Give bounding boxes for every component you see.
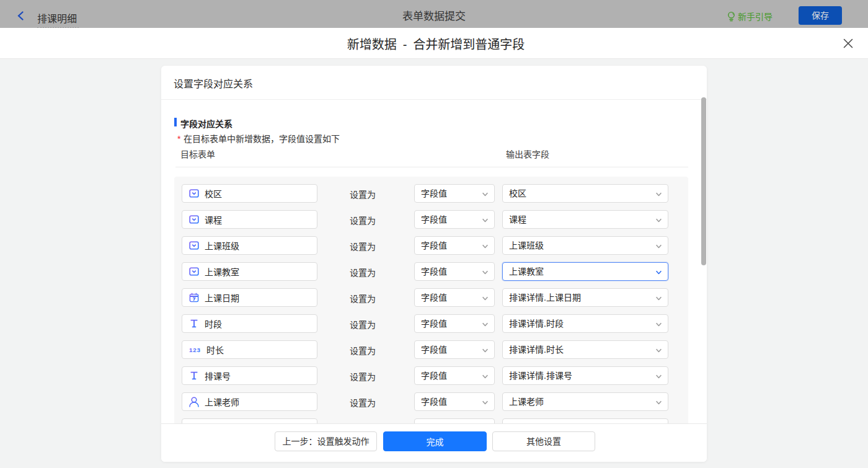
- svg-text:123: 123: [189, 347, 201, 353]
